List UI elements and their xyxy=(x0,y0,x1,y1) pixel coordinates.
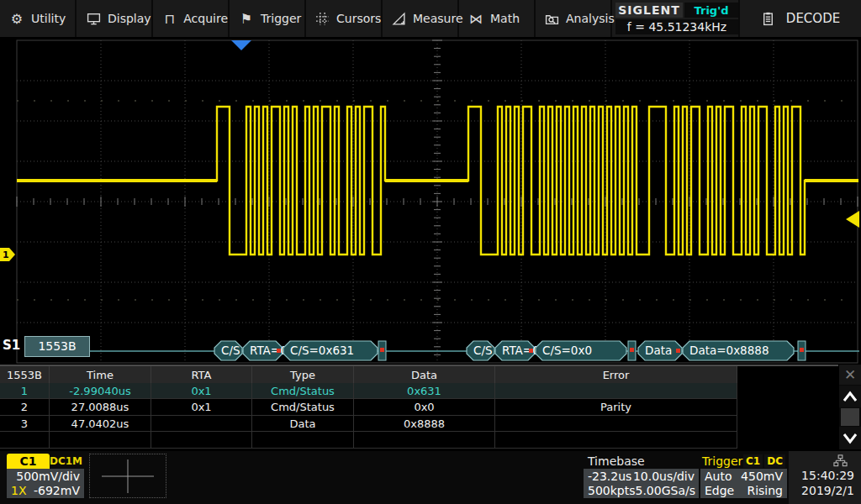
clock-panel[interactable]: 15:40:29 2019/2/1 xyxy=(789,451,861,504)
table-cell[interactable] xyxy=(354,432,495,449)
menu-item-display[interactable]: Display xyxy=(77,0,153,37)
clock-date: 2019/2/1 xyxy=(801,483,854,498)
table-controls: ✕ xyxy=(839,365,861,449)
table-cell[interactable]: 0x1 xyxy=(151,399,252,416)
table-cell[interactable]: Cmd/Status xyxy=(252,383,354,400)
table-cell[interactable] xyxy=(495,383,737,400)
table-cell[interactable]: 27.0088us xyxy=(50,399,151,416)
empty-channel-slot[interactable] xyxy=(89,454,166,498)
trigger-source: C1 xyxy=(743,454,763,468)
timebase-scale: 10.0us/div xyxy=(633,470,695,483)
decode-bubble: C/S xyxy=(214,341,242,360)
trigger-mode: Auto xyxy=(705,470,732,483)
decode-error-marker xyxy=(628,341,636,360)
table-cell[interactable]: 2 xyxy=(0,399,50,416)
table-cell[interactable] xyxy=(151,432,252,449)
decode-bubble: C/S xyxy=(467,341,494,360)
table-cell[interactable] xyxy=(50,432,151,449)
menu-item-label: Trigger xyxy=(261,12,301,25)
channel1-probe: 1X xyxy=(11,484,27,497)
table-cell[interactable]: Parity xyxy=(495,399,737,416)
channel1-coupling: DC1M xyxy=(50,455,84,467)
bus-protocol-label[interactable]: 1553B xyxy=(24,336,90,357)
decode-bubble: C/S=0x0 xyxy=(536,341,626,360)
cursors-icon xyxy=(315,11,330,26)
frequency-readout: f = 45.51234kHz xyxy=(615,19,738,34)
menu-item-label: Utility xyxy=(31,12,66,25)
menu-item-group: ⚙UtilityDisplay⊓Acquire⚑TriggerCursorsMe… xyxy=(0,0,612,37)
status-bar: C1 DC1M 500mV/div 1X -692mV Timebase -23… xyxy=(0,451,861,504)
table-cell[interactable]: 1 xyxy=(0,383,50,400)
table-cell[interactable]: Data xyxy=(252,416,354,433)
menu-item-label: Cursors xyxy=(336,12,381,25)
close-button[interactable]: ✕ xyxy=(839,365,861,385)
menu-item-cursors[interactable]: Cursors xyxy=(306,0,383,37)
waveform-display: 1C/SRTA=0xC/S=0x631C/SRTA=0xC/S=0x0DataD… xyxy=(0,38,861,365)
scrollbar-thumb[interactable] xyxy=(841,408,859,426)
siglent-logo: SIGLENT xyxy=(615,3,683,18)
bus-source-label[interactable]: S1 xyxy=(3,338,20,353)
menu-item-trigger[interactable]: ⚑Trigger xyxy=(230,0,306,37)
channel1-marker-label: 1 xyxy=(3,249,9,260)
table-cell[interactable]: 0x0 xyxy=(354,399,495,416)
math-icon: ⋈ xyxy=(468,11,483,26)
menu-item-label: Math xyxy=(490,12,520,25)
timebase-title: Timebase xyxy=(588,454,645,468)
timebase-panel[interactable]: Timebase -23.2us 10.0us/div 500kpts 5.00… xyxy=(584,454,699,498)
channel1-offset: -692mV xyxy=(34,484,80,497)
display-icon xyxy=(86,11,101,26)
scroll-up-button[interactable] xyxy=(839,386,861,408)
menu-item-measure[interactable]: Measure xyxy=(383,0,459,37)
menu-item-label: Acquire xyxy=(183,12,228,25)
decode-error-marker xyxy=(378,341,386,360)
channel1-tab[interactable]: C1 xyxy=(7,454,50,469)
trigger-title: Trigger xyxy=(702,454,742,468)
menu-item-label: Measure xyxy=(413,12,463,25)
analysis-icon xyxy=(545,11,559,26)
table-cell[interactable]: -2.99040us xyxy=(50,383,151,400)
acquire-icon: ⊓ xyxy=(162,11,177,26)
trigger-panel[interactable]: Trigger C1 DC Auto 450mV Edge Rising xyxy=(700,454,787,498)
decode-error-marker xyxy=(798,341,806,360)
timebase-rate: 5.00GSa/s xyxy=(636,484,696,497)
table-cell[interactable]: 0x8888 xyxy=(354,416,495,433)
crosshair-icon xyxy=(102,459,154,493)
menu-item-acquire[interactable]: ⊓Acquire xyxy=(153,0,230,37)
trigger-slope: Rising xyxy=(747,484,783,497)
table-cell[interactable] xyxy=(495,432,737,449)
close-icon: ✕ xyxy=(844,366,856,383)
trigger-coupling: DC xyxy=(764,454,785,468)
table-cell[interactable]: 3 xyxy=(0,416,50,433)
clock-time: 15:40:29 xyxy=(801,468,854,483)
graticule xyxy=(17,40,858,363)
menu-item-math[interactable]: ⋈Math xyxy=(459,0,536,37)
network-icon xyxy=(832,453,848,468)
table-cell[interactable] xyxy=(151,416,252,433)
decode-table: 1553BTimeRTATypeDataError1-2.99040us0x1C… xyxy=(0,365,838,449)
decode-bubble-label: C/S xyxy=(221,344,240,357)
table-cell[interactable] xyxy=(0,432,50,449)
timebase-delay: -23.2us xyxy=(588,470,631,483)
clipboard-icon xyxy=(761,11,776,26)
trigger-level-marker[interactable] xyxy=(846,211,859,228)
table-cell[interactable] xyxy=(495,416,737,433)
measure-icon xyxy=(392,11,406,26)
decode-bubble: Data=0x8888 xyxy=(683,341,794,360)
channel1-scale: 500mV/div xyxy=(16,470,80,483)
menu-item-decode[interactable]: DECODE xyxy=(738,0,861,37)
table-cell[interactable]: Cmd/Status xyxy=(252,399,354,416)
menu-item-analysis[interactable]: Analysis xyxy=(536,0,612,37)
chevron-up-icon xyxy=(842,390,858,403)
table-cell[interactable] xyxy=(252,432,354,449)
waveform-canvas: 1C/SRTA=0xC/S=0x631C/SRTA=0xC/S=0x0DataD… xyxy=(0,38,861,365)
table-cell[interactable]: 47.0402us xyxy=(50,416,151,433)
menu-item-utility[interactable]: ⚙Utility xyxy=(0,0,77,37)
trigger-flag-icon: ⚑ xyxy=(239,11,254,26)
table-cell[interactable]: 0x1 xyxy=(151,383,252,400)
table-cell[interactable]: 0x631 xyxy=(354,383,495,400)
channel1-panel[interactable]: C1 DC1M 500mV/div 1X -692mV xyxy=(7,454,84,498)
trigger-position-marker[interactable] xyxy=(231,40,251,50)
timebase-points: 500kpts xyxy=(588,484,636,497)
menu-item-label: Analysis xyxy=(566,12,615,25)
scroll-down-button[interactable] xyxy=(839,427,861,449)
